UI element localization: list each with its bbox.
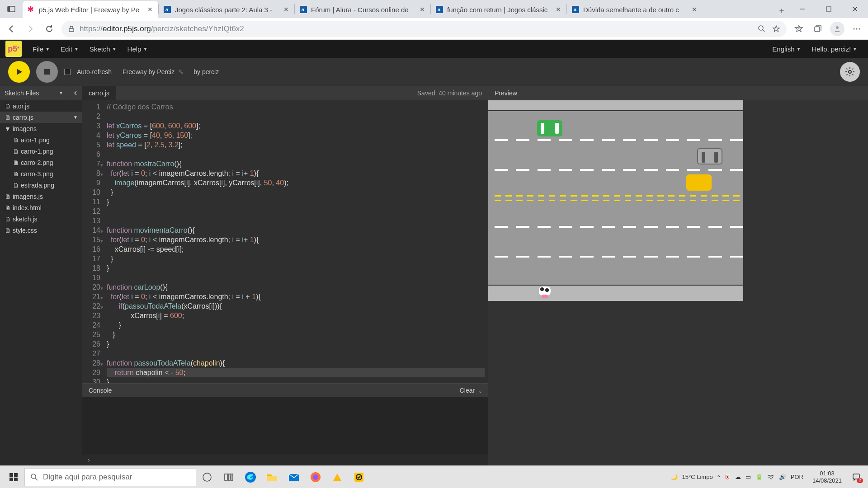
menu-edit[interactable]: Edit▼ xyxy=(55,40,84,58)
file-item[interactable]: 🗎carro-2.png xyxy=(0,157,82,168)
tray-battery-icon[interactable]: 🔋 xyxy=(755,474,763,480)
taskbar-clock[interactable]: 01:03 14/08/2021 xyxy=(808,470,846,484)
edge-icon[interactable] xyxy=(240,466,261,488)
file-item[interactable]: 🗎imagens.js xyxy=(0,191,82,202)
profile-button[interactable] xyxy=(830,22,844,36)
zoom-icon[interactable] xyxy=(758,25,766,33)
svg-rect-28 xyxy=(14,473,18,477)
notifications-button[interactable]: 2 xyxy=(847,466,865,488)
address-bar: https://editor.p5js.org/perciz/sketches/… xyxy=(0,18,868,40)
file-item[interactable]: 🗎ator-1.png xyxy=(0,134,82,145)
language-menu[interactable]: English▼ xyxy=(767,40,806,58)
file-item[interactable]: 🗎ator.js xyxy=(0,100,82,112)
file-item[interactable]: 🗎estrada.png xyxy=(0,179,82,191)
preview-canvas xyxy=(488,100,868,465)
code-editor[interactable]: 1234567▼8▼91011121314▼15▼1617181920▼21▼2… xyxy=(82,100,488,383)
close-icon[interactable]: ✕ xyxy=(283,6,290,13)
p5-menubar: p5* File▼Edit▼Sketch▼Help▼ English▼ Hell… xyxy=(0,40,868,58)
browser-tab[interactable]: aJogos clássicos parte 2: Aula 3 -✕ xyxy=(159,1,294,18)
file-item[interactable]: 🗎style.css xyxy=(0,225,82,236)
minimize-button[interactable] xyxy=(789,0,816,18)
close-icon[interactable]: ✕ xyxy=(419,6,426,13)
browser-tab[interactable]: aFórum | Alura - Cursos online de✕ xyxy=(295,1,430,18)
svg-rect-12 xyxy=(826,7,831,11)
menu-file[interactable]: File▼ xyxy=(27,40,55,58)
file-item[interactable]: ▼imagens xyxy=(0,123,82,134)
chevron-down-icon: ▼ xyxy=(59,90,63,95)
svg-rect-38 xyxy=(267,476,277,481)
play-button[interactable] xyxy=(8,61,30,83)
close-icon[interactable]: ✕ xyxy=(146,6,154,13)
norton-icon[interactable] xyxy=(348,466,370,488)
weather-icon[interactable]: 🌙 xyxy=(670,474,678,480)
task-view-button[interactable] xyxy=(196,466,218,488)
svg-point-26 xyxy=(849,70,851,73)
tab-actions-icon[interactable] xyxy=(0,0,23,18)
file-item[interactable]: 🗎index.html xyxy=(0,202,82,213)
stop-button[interactable] xyxy=(36,61,58,83)
sidebar-header[interactable]: Sketch Files ▼ xyxy=(0,86,68,100)
back-button[interactable] xyxy=(5,22,18,36)
browser-tab[interactable]: ✱p5.js Web Editor | Freeway by Pe✕ xyxy=(23,1,158,18)
favorites-icon[interactable] xyxy=(792,22,806,36)
settings-button[interactable] xyxy=(840,62,860,82)
menu-sketch[interactable]: Sketch▼ xyxy=(84,40,122,58)
tray-meet-icon[interactable]: ▭ xyxy=(745,474,751,480)
forward-button[interactable] xyxy=(24,22,37,36)
weather-text[interactable]: 15°C Limpo xyxy=(682,474,713,480)
rename-icon[interactable]: ✎ xyxy=(178,68,184,75)
svg-text:a: a xyxy=(302,7,305,12)
taskbar-search[interactable]: Digite aqui para pesquisar xyxy=(24,468,196,486)
svg-rect-35 xyxy=(228,474,230,480)
autorefresh-checkbox[interactable] xyxy=(64,69,71,75)
close-window-button[interactable] xyxy=(842,0,868,18)
favorite-icon[interactable] xyxy=(772,25,780,33)
file-item[interactable]: 🗎carro.js▼ xyxy=(0,112,82,123)
reload-button[interactable] xyxy=(42,22,56,36)
svg-point-21 xyxy=(836,26,839,29)
p5-logo[interactable]: p5* xyxy=(5,41,22,57)
start-button[interactable] xyxy=(3,466,24,488)
console-clear-button[interactable]: Clear ⌄ xyxy=(460,387,482,394)
tray-onedrive-icon[interactable]: ☁ xyxy=(735,474,741,480)
menu-help[interactable]: Help▼ xyxy=(122,40,153,58)
search-icon xyxy=(30,473,38,481)
chevron-down-icon[interactable]: ▼ xyxy=(73,115,78,120)
tray-volume-icon[interactable]: 🔊 xyxy=(779,474,786,480)
file-tab[interactable]: carro.js xyxy=(82,86,116,100)
console-input[interactable]: › xyxy=(82,455,488,465)
svg-point-16 xyxy=(759,26,763,30)
explorer-icon[interactable] xyxy=(261,466,283,488)
url-input[interactable]: https://editor.p5js.org/perciz/sketches/… xyxy=(61,21,787,37)
browser-tab[interactable]: afunção com return | Jogos clássic✕ xyxy=(431,1,566,18)
file-item[interactable]: 🗎sketch.js xyxy=(0,213,82,225)
close-icon[interactable]: ✕ xyxy=(555,6,562,13)
tray-language[interactable]: POR xyxy=(791,474,803,480)
svg-point-31 xyxy=(31,474,36,479)
file-item[interactable]: 🗎carro-1.png xyxy=(0,145,82,157)
tray-wifi-icon[interactable] xyxy=(767,474,774,481)
firefox-icon[interactable] xyxy=(305,466,326,488)
car-gray xyxy=(697,148,722,164)
sidebar: Sketch Files ▼ 🗎ator.js🗎carro.js▼▼imagen… xyxy=(0,86,82,465)
maximize-button[interactable] xyxy=(816,0,842,18)
tray-chevron-icon[interactable]: ^ xyxy=(717,474,720,480)
close-icon[interactable]: ✕ xyxy=(691,6,698,13)
svg-rect-34 xyxy=(225,474,227,480)
svg-point-23 xyxy=(856,28,858,29)
more-menu-button[interactable] xyxy=(850,22,863,36)
mail-icon[interactable] xyxy=(283,466,305,488)
collapse-sidebar-button[interactable] xyxy=(68,86,82,100)
sketch-canvas xyxy=(488,100,743,301)
user-menu[interactable]: Hello, perciz!▼ xyxy=(806,40,863,58)
new-tab-button[interactable]: ＋ xyxy=(774,3,789,18)
collections-icon[interactable] xyxy=(811,22,825,36)
app-icon-1[interactable] xyxy=(326,466,348,488)
browser-tab[interactable]: aDúvida semelhante a de outro c✕ xyxy=(567,1,703,18)
file-icon: 🗎 xyxy=(5,193,10,200)
console-body xyxy=(82,397,488,455)
svg-point-37 xyxy=(245,472,256,483)
file-item[interactable]: 🗎carro-3.png xyxy=(0,168,82,179)
taskbar-widgets[interactable] xyxy=(218,466,240,488)
tray-security-icon[interactable]: ⛨ xyxy=(725,474,731,480)
